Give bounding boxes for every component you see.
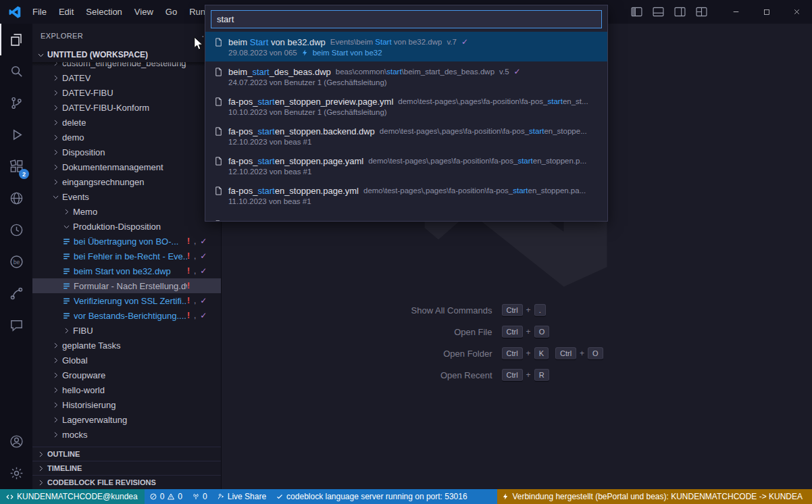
menu-selection[interactable]: Selection [80,0,128,24]
tree-folder-global[interactable]: Global [32,353,221,368]
key-separator: + [580,349,584,358]
quickopen-results: beim Start von be32.dwpEvents\beim Start… [205,32,607,221]
activitybar-history[interactable] [0,214,32,246]
quickopen-input[interactable] [211,10,602,28]
tree-folder-demo[interactable]: demo [32,130,221,145]
tree-folder-mocks[interactable]: mocks [32,427,221,442]
tree-folder-eingangsrechnungen[interactable]: eingangsrechnungen [32,174,221,189]
language-server-status[interactable]: codeblock language server running on por… [271,489,472,504]
match-highlight: start [291,220,308,222]
activitybar-comments[interactable] [0,309,32,341]
chevron-right-icon [50,356,61,365]
tree-file-vor-bestands-berichtigung[interactable]: vor Bestands-Berichtigung....!,✓ [32,308,221,323]
tree-file-beim-start-von-be32-dwp[interactable]: beim Start von be32.dwp!,✓ [32,263,221,278]
remote-indicator[interactable]: KUNDENMATCHCODE@kundea [0,489,145,504]
tree-file-verifizierung-von-ssl-zertifi[interactable]: Verifizierung von SSL Zertifi...!,✓ [32,293,221,308]
chevron-down-icon [61,222,72,231]
tree-folder-events[interactable]: Events [32,189,221,204]
live-share-button[interactable]: Live Share [212,489,271,504]
quickopen-result[interactable]: fa-pos_starten_stoppen_preview.page.ymld… [205,91,607,121]
result-meta: 11.10.2023 von beas #1 [213,197,601,205]
shortcut-row: Open FileCtrl+O [221,326,812,338]
quickopen-result[interactable]: beim Start von be32.dwpEvents\beim Start… [205,32,607,61]
menu-edit[interactable]: Edit [53,0,80,24]
tree-item-label: Events [62,192,89,202]
tree-item-label: FIBU [73,326,93,336]
result-name: fa-pos_starten_stoppen_preview.page.yml [228,97,393,107]
menu-file[interactable]: File [26,0,53,24]
tree-file-formular-nach-erstellung-dwp[interactable]: Formular - Nach Erstellung.dwp! [32,278,221,293]
activitybar-source-control[interactable] [0,87,32,119]
connection-status[interactable]: Verbindung hergestellt (bePortal und bea… [497,489,812,504]
activitybar-account[interactable] [0,426,32,457]
chevron-right-icon [36,478,45,487]
quickopen-result[interactable]: fa-pos_starten_stoppen.backend.dwpdemo\t… [205,121,607,151]
minimize-button[interactable] [721,0,751,24]
menu-go[interactable]: Go [159,0,183,24]
text-segment: Tasks\package_import_export\ide_integrat… [338,220,499,221]
activitybar-settings[interactable] [0,457,32,489]
tree-folder-custom-eingehende-bestellung[interactable]: custom_eingehende_bestellung [32,62,221,70]
close-button[interactable] [782,0,812,24]
tree-folder-geplante-tasks[interactable]: geplante Tasks [32,338,221,353]
window-controls [721,0,812,24]
panel-right-icon[interactable] [671,4,688,20]
tree-item-label: Produktion-Disposition [73,222,161,232]
tree-folder-historisierung[interactable]: Historisierung [32,397,221,412]
tree-folder-delete[interactable]: delete [32,115,221,130]
tree-folder-fibu[interactable]: FIBU [32,323,221,338]
quickopen-input-wrap [205,5,607,32]
ports-indicator[interactable]: 0 [187,489,212,504]
activitybar-beas[interactable]: be [0,246,32,278]
tree-folder-datev-fibu[interactable]: DATEV-FIBU [32,85,221,100]
quickopen-result[interactable]: fa-pos_starten_stoppen.page.ymldemo\test… [205,180,607,210]
panel-timeline[interactable]: TIMELINE [32,461,221,475]
quickopen-result[interactable]: fa-pos_starten_stoppen.page.yamldemo\tes… [205,151,607,180]
tree-file-bei-bertragung-von-bo[interactable]: bei Übertragung von BO-...!,✓ [32,234,221,249]
result-line1: fa-pos_starten_stoppen.backend.dwpdemo\t… [213,126,601,136]
panel-outline[interactable]: OUTLINE [32,447,221,461]
tree-item-label: DATEV-FIBU [62,88,113,98]
problems-indicator[interactable]: 0 0 [145,489,187,504]
tree-folder-groupware[interactable]: Groupware [32,368,221,382]
panel-left-icon[interactable] [628,4,645,20]
result-name: fa-pos_starten_stoppen.page.yaml [228,156,363,166]
tree-file-bei-fehler-in-be-recht-eve[interactable]: bei Fehler in be-Recht - Eve...!,✓ [32,249,221,263]
activitybar-extensions[interactable]: 2 [0,151,32,182]
quickopen-result[interactable]: beim_start_des_beas.dwpbeas\common\start… [205,61,607,91]
tree-folder-lagerverwaltung[interactable]: Lagerverwaltung [32,412,221,427]
tree-folder-memo[interactable]: Memo [32,204,221,219]
keycap: Ctrl [502,326,523,338]
customize-layout-icon[interactable] [692,4,710,20]
panel-codeblock-file-revisions[interactable]: CODEBLOCK FILE REVISIONS [32,475,221,489]
match-highlight: start [252,67,269,77]
check-badge: ✓ [557,220,563,221]
file-icon [213,67,224,77]
vscode-window: FileEditSelectionViewGoRun 2be EXPLORER … [0,0,812,504]
tree-folder-produktion-disposition[interactable]: Produktion-Disposition [32,219,221,234]
tree-folder-dokumentenmanagement[interactable]: Dokumentenmanagement [32,159,221,174]
share-icon [9,286,24,301]
quickopen-result[interactable]: ide_integration_starter.dwpTasks\package… [205,210,607,221]
tree-folder-hello-world[interactable]: hello-world [32,382,221,397]
text-segment: en_stoppen.backend.dwp [275,126,375,136]
match-highlight: start [257,97,274,107]
key-group: Ctrl+. [502,304,546,316]
activitybar-run-and-debug[interactable] [0,119,32,151]
result-meta-link: beim Start von be32 [313,49,382,57]
maximize-button[interactable] [751,0,782,24]
menu-view[interactable]: View [128,0,159,24]
tree-folder-datev-fibu-konform[interactable]: DATEV-FIBU-Konform [32,100,221,115]
panel-bottom-icon[interactable] [649,4,667,20]
activitybar-globe[interactable] [0,182,32,214]
text-segment: _des_beas.dwp [270,67,331,77]
tree-folder-disposition[interactable]: Disposition [32,145,221,159]
activitybar-explorer[interactable] [0,24,32,55]
svg-text:be: be [13,259,20,266]
activitybar-search[interactable] [0,55,32,87]
globe-icon [9,191,24,206]
tree-item-decorations: !,✓ [187,296,221,305]
activitybar-share[interactable] [0,278,32,309]
workspace-root[interactable]: UNTITLED (WORKSPACE) [32,47,221,62]
tree-folder-datev[interactable]: DATEV [32,70,221,85]
